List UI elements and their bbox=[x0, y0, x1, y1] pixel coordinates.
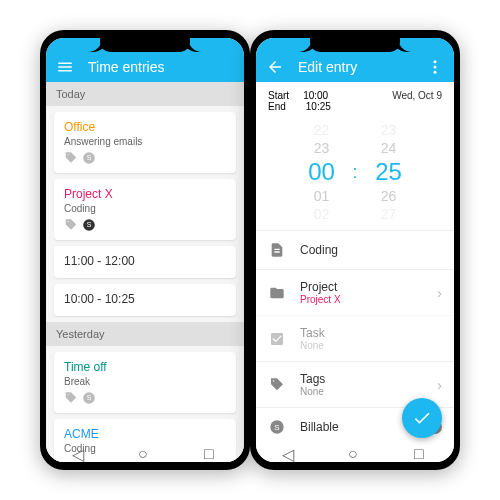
screen-right: Edit entry Start 10:00 Wed, Oct 9 End 10… bbox=[256, 38, 454, 462]
billable-label: Billable bbox=[300, 420, 406, 434]
entry-subtitle: Answering emails bbox=[64, 136, 226, 147]
task-value: None bbox=[300, 340, 442, 351]
billable-icon: S bbox=[82, 218, 96, 232]
date-label: Wed, Oct 9 bbox=[392, 90, 442, 101]
entry-icons: S bbox=[64, 151, 226, 165]
svg-text:S: S bbox=[87, 394, 92, 401]
project-label: Project bbox=[300, 280, 423, 294]
section-header-yesterday: Yesterday bbox=[46, 322, 244, 346]
notch bbox=[100, 38, 190, 52]
chevron-right-icon: › bbox=[437, 377, 442, 393]
entry-title: Project X bbox=[64, 187, 226, 201]
project-value: Project X bbox=[300, 294, 423, 305]
chevron-right-icon: › bbox=[437, 285, 442, 301]
back-nav-icon[interactable]: ◁ bbox=[72, 445, 86, 459]
home-nav-icon[interactable]: ○ bbox=[348, 445, 362, 459]
screen-left: Time entries Today Office Answering emai… bbox=[46, 38, 244, 462]
entry-card[interactable]: Office Answering emails S bbox=[54, 112, 236, 173]
entry-title: ACME bbox=[64, 427, 226, 441]
entry-subtitle: Break bbox=[64, 376, 226, 387]
minute-picker[interactable]: 23 24 25 26 27 bbox=[364, 122, 414, 222]
entry-time: 11:00 - 12:00 bbox=[64, 254, 226, 268]
entry-icons: S bbox=[64, 218, 226, 232]
task-label: Task bbox=[300, 326, 442, 340]
description-row[interactable]: Coding bbox=[256, 230, 454, 269]
content-left: Today Office Answering emails S Project … bbox=[46, 82, 244, 462]
entry-title: Time off bbox=[64, 360, 226, 374]
svg-point-6 bbox=[434, 60, 437, 63]
start-label: Start bbox=[268, 90, 289, 101]
description-value: Coding bbox=[300, 243, 442, 257]
billable-icon: S bbox=[268, 418, 286, 436]
entry-subtitle: Coding bbox=[64, 203, 226, 214]
project-row[interactable]: Project Project X › bbox=[256, 269, 454, 315]
nav-bar: ◁ ○ □ bbox=[256, 442, 454, 462]
more-icon[interactable] bbox=[426, 58, 444, 76]
start-time: 10:00 bbox=[303, 90, 328, 101]
svg-point-8 bbox=[434, 71, 437, 74]
recent-nav-icon[interactable]: □ bbox=[414, 445, 428, 459]
tag-icon bbox=[64, 218, 78, 232]
recent-nav-icon[interactable]: □ bbox=[204, 445, 218, 459]
folder-icon bbox=[268, 284, 286, 302]
task-icon bbox=[268, 330, 286, 348]
end-label: End bbox=[268, 101, 286, 112]
entry-card[interactable]: 10:00 - 10:25 bbox=[54, 284, 236, 316]
check-icon bbox=[412, 408, 432, 428]
tag-icon bbox=[64, 151, 78, 165]
section-header-today: Today bbox=[46, 82, 244, 106]
back-nav-icon[interactable]: ◁ bbox=[282, 445, 296, 459]
notch bbox=[310, 38, 400, 52]
page-title: Time entries bbox=[88, 59, 234, 75]
svg-text:S: S bbox=[87, 154, 92, 161]
entry-card[interactable]: Project X Coding S bbox=[54, 179, 236, 240]
back-icon[interactable] bbox=[266, 58, 284, 76]
time-separator: : bbox=[346, 162, 363, 183]
time-picker[interactable]: 22 23 00 01 02 : 23 24 25 26 27 bbox=[256, 118, 454, 230]
time-range[interactable]: Start 10:00 Wed, Oct 9 End 10:25 bbox=[256, 82, 454, 118]
svg-text:S: S bbox=[274, 423, 279, 432]
tag-icon bbox=[268, 376, 286, 394]
task-row: Task None bbox=[256, 315, 454, 361]
menu-icon[interactable] bbox=[56, 58, 74, 76]
tag-icon bbox=[64, 391, 78, 405]
entry-icons: S bbox=[64, 391, 226, 405]
billable-icon: S bbox=[82, 151, 96, 165]
svg-text:S: S bbox=[87, 221, 92, 228]
hour-picker[interactable]: 22 23 00 01 02 bbox=[296, 122, 346, 222]
tags-value: None bbox=[300, 386, 423, 397]
entry-title: Office bbox=[64, 120, 226, 134]
save-fab[interactable] bbox=[402, 398, 442, 438]
entry-card[interactable]: Time off Break S bbox=[54, 352, 236, 413]
home-nav-icon[interactable]: ○ bbox=[138, 445, 152, 459]
phone-left: Time entries Today Office Answering emai… bbox=[40, 30, 250, 470]
entry-time: 10:00 - 10:25 bbox=[64, 292, 226, 306]
tags-label: Tags bbox=[300, 372, 423, 386]
end-time: 10:25 bbox=[306, 101, 331, 112]
entry-card[interactable]: 11:00 - 12:00 bbox=[54, 246, 236, 278]
phone-right: Edit entry Start 10:00 Wed, Oct 9 End 10… bbox=[250, 30, 460, 470]
page-title: Edit entry bbox=[298, 59, 412, 75]
billable-icon: S bbox=[82, 391, 96, 405]
description-icon bbox=[268, 241, 286, 259]
nav-bar: ◁ ○ □ bbox=[46, 442, 244, 462]
svg-point-7 bbox=[434, 66, 437, 69]
